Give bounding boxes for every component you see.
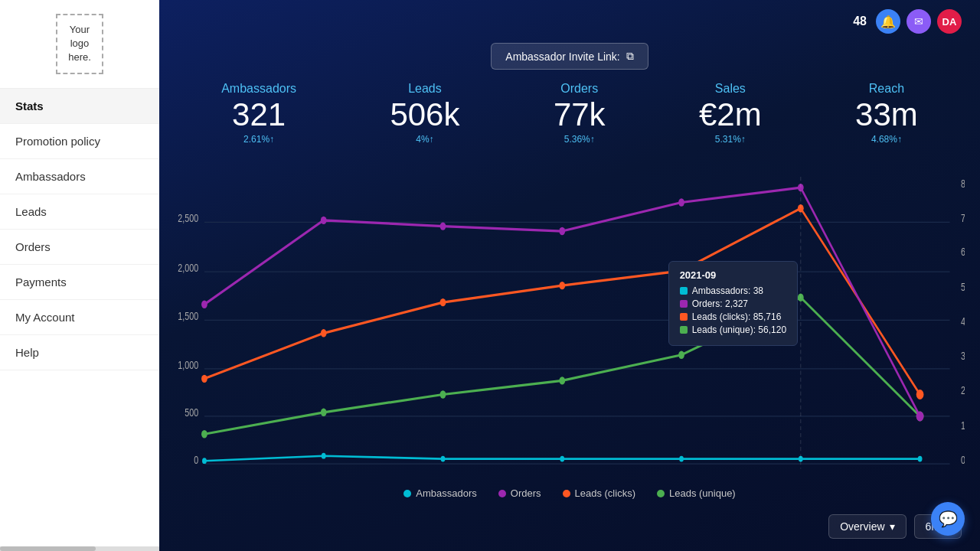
sidebar-item-my-account[interactable]: My Account	[0, 300, 159, 335]
svg-point-44	[440, 222, 446, 230]
svg-point-48	[916, 411, 924, 421]
stat-label-sales: Sales	[699, 82, 762, 96]
stat-change-leads: 4%↑	[390, 134, 459, 145]
legend-dot	[657, 490, 665, 497]
svg-point-37	[440, 390, 446, 398]
svg-text:0: 0	[961, 455, 965, 467]
chart-legend: Ambassadors Orders Leads (clicks) Leads …	[159, 481, 980, 508]
legend-label: Leads (clicks)	[575, 487, 635, 499]
svg-text:40,000: 40,000	[961, 316, 965, 328]
svg-text:60,000: 60,000	[961, 246, 965, 259]
svg-text:1,500: 1,500	[178, 311, 198, 323]
sidebar-item-orders[interactable]: Orders	[0, 230, 159, 265]
svg-point-28	[201, 375, 207, 383]
svg-text:2021-04: 2021-04	[189, 472, 219, 474]
stat-change-sales: 5.31%↑	[699, 134, 762, 145]
svg-point-45	[559, 227, 565, 235]
copy-icon: ⧉	[626, 50, 634, 63]
stat-label-leads: Leads	[390, 82, 459, 96]
mail-icon[interactable]: ✉	[906, 9, 931, 34]
svg-text:2021-07: 2021-07	[547, 472, 577, 474]
svg-text:2021-10: 2021-10	[905, 472, 935, 474]
legend-dot	[563, 490, 570, 497]
stat-leads: Leads 506k 4%↑	[390, 82, 459, 145]
legend-item-leads-(clicks): Leads (clicks)	[563, 487, 635, 499]
svg-point-32	[678, 267, 684, 275]
sidebar-nav: StatsPromotion policyAmbassadorsLeadsOrd…	[0, 89, 159, 546]
svg-point-51	[441, 456, 446, 462]
stat-value-ambassadors: 321	[221, 99, 296, 131]
stat-ambassadors: Ambassadors 321 2.61%↑	[221, 82, 296, 145]
stat-change-ambassadors: 2.61%↑	[221, 134, 296, 145]
svg-point-31	[559, 282, 565, 289]
stat-label-ambassadors: Ambassadors	[221, 82, 296, 96]
svg-point-50	[322, 453, 326, 459]
legend-label: Ambassadors	[416, 487, 476, 499]
logo-area: Your logo here.	[0, 0, 159, 89]
bottom-controls: Overview ▾ 6M ▾	[159, 508, 980, 551]
stats-row: Ambassadors 321 2.61%↑ Leads 506k 4%↑ Or…	[159, 82, 980, 157]
svg-text:2021-05: 2021-05	[309, 472, 338, 474]
avatar[interactable]: DA	[937, 9, 962, 34]
svg-point-43	[321, 217, 327, 224]
legend-dot	[403, 490, 411, 497]
stat-value-sales: €2m	[699, 99, 762, 131]
svg-text:2,500: 2,500	[178, 213, 198, 225]
svg-text:0: 0	[194, 455, 198, 467]
bell-icon[interactable]: 🔔	[876, 9, 900, 34]
svg-point-55	[918, 456, 923, 462]
sidebar-item-payments[interactable]: Payments	[0, 265, 159, 300]
svg-point-39	[678, 351, 684, 359]
logo-box: Your logo here.	[56, 14, 103, 74]
svg-point-36	[321, 409, 327, 416]
chart-area: 0 500 1,000 1,500 2,000 2,500 0 10,000 2…	[159, 157, 980, 481]
stat-orders: Orders 77k 5.36%↑	[554, 82, 606, 145]
sidebar: Your logo here. StatsPromotion policyAmb…	[0, 0, 159, 551]
svg-text:10,000: 10,000	[961, 419, 965, 432]
svg-point-46	[678, 198, 684, 206]
sidebar-item-leads[interactable]: Leads	[0, 194, 159, 230]
sidebar-scrollbar[interactable]	[0, 546, 159, 551]
svg-point-42	[201, 301, 207, 308]
sidebar-item-stats[interactable]: Stats	[0, 89, 159, 124]
svg-point-38	[559, 377, 565, 384]
svg-text:2,000: 2,000	[178, 262, 198, 275]
svg-text:1,000: 1,000	[178, 359, 198, 371]
main-content: 48 🔔 ✉ DA Ambassador Invite Link: ⧉ Amba…	[159, 0, 980, 551]
logo-line1: Your	[70, 24, 90, 35]
overview-chevron-icon: ▾	[890, 520, 895, 533]
legend-label: Leads (unique)	[669, 487, 736, 499]
svg-text:50,000: 50,000	[961, 281, 965, 293]
stat-change-orders: 5.36%↑	[554, 134, 606, 145]
svg-text:20,000: 20,000	[961, 385, 965, 397]
legend-dot	[498, 490, 506, 497]
svg-text:80,000: 80,000	[961, 178, 965, 191]
svg-point-49	[202, 458, 207, 464]
stat-label-orders: Orders	[554, 82, 606, 96]
svg-point-35	[201, 430, 207, 438]
invite-link-button[interactable]: Ambassador Invite Link: ⧉	[491, 43, 648, 70]
svg-point-34	[916, 390, 924, 399]
overview-button[interactable]: Overview ▾	[828, 514, 906, 539]
sidebar-item-ambassadors[interactable]: Ambassadors	[0, 159, 159, 194]
stat-value-leads: 506k	[390, 99, 459, 131]
stat-value-orders: 77k	[554, 99, 606, 131]
chat-bubble-button[interactable]: 💬	[931, 502, 965, 536]
sidebar-item-promotion-policy[interactable]: Promotion policy	[0, 124, 159, 159]
svg-text:2021-06: 2021-06	[428, 472, 458, 474]
topbar: 48 🔔 ✉ DA	[159, 0, 980, 43]
svg-point-29	[321, 329, 327, 337]
svg-text:500: 500	[185, 407, 198, 419]
invite-link-label: Ambassador Invite Link:	[505, 51, 619, 63]
stat-label-reach: Reach	[855, 82, 918, 96]
svg-point-52	[560, 456, 564, 462]
legend-label: Orders	[511, 487, 541, 499]
svg-point-30	[440, 298, 446, 306]
logo-line2: logo	[70, 37, 90, 49]
stat-reach: Reach 33m 4.68%↑	[855, 82, 918, 145]
stat-value-reach: 33m	[855, 99, 918, 131]
sidebar-item-help[interactable]: Help	[0, 335, 159, 370]
stat-sales: Sales €2m 5.31%↑	[699, 82, 762, 145]
chart-svg: 0 500 1,000 1,500 2,000 2,500 0 10,000 2…	[175, 157, 965, 474]
legend-item-orders: Orders	[498, 487, 541, 499]
